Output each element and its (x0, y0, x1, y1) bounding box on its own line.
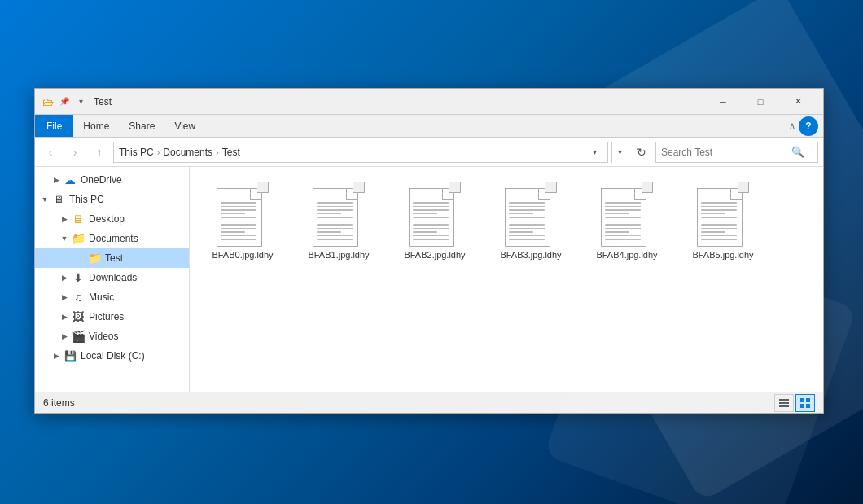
list-item[interactable]: BFAB2.jpg.ldhy (390, 175, 480, 266)
list-item[interactable]: BFAB5.jpg.ldhy (678, 175, 768, 266)
breadcrumb-thispc[interactable]: This PC (119, 147, 154, 158)
sidebar-toggle-thispc[interactable]: ▼ (38, 193, 51, 206)
list-item[interactable]: BFAB1.jpg.ldhy (294, 175, 383, 266)
list-view-button[interactable] (774, 394, 794, 412)
share-menu[interactable]: Share (119, 115, 164, 137)
sidebar: ▶ ☁ OneDrive ▼ 🖥 This PC ▶ 🖥 Desktop ▼ 📁… (35, 167, 190, 392)
file-menu[interactable]: File (35, 115, 73, 137)
breadcrumb-test[interactable]: Test (222, 147, 240, 158)
sidebar-item-localdisk[interactable]: ▶ 💾 Local Disk (C:) (46, 346, 189, 366)
sidebar-toggle-downloads[interactable]: ▶ (58, 271, 71, 284)
sidebar-item-desktop[interactable]: ▶ 🖥 Desktop (35, 209, 189, 229)
music-icon: ♫ (71, 290, 85, 305)
thispc-icon: 🖥 (51, 192, 66, 207)
sidebar-item-documents[interactable]: ▼ 📁 Documents (35, 229, 189, 248)
svg-rect-4 (806, 398, 810, 402)
list-item[interactable]: BFAB0.jpg.ldhy (198, 175, 287, 266)
sidebar-item-downloads[interactable]: ▶ ⬇ Downloads (35, 268, 189, 287)
refresh-button[interactable]: ↻ (631, 142, 652, 163)
address-bar[interactable]: This PC › Documents › Test ▾ (113, 142, 608, 163)
file-icon (505, 182, 557, 247)
svg-rect-2 (779, 405, 789, 407)
search-icon[interactable]: 🔍 (791, 146, 804, 158)
sidebar-toggle-documents[interactable]: ▼ (58, 232, 71, 245)
sidebar-label-downloads: Downloads (89, 272, 137, 283)
breadcrumb: This PC › Documents › Test (119, 147, 240, 158)
dropdown-arrow-icon: ▾ (74, 95, 87, 108)
sidebar-toggle-videos[interactable]: ▶ (58, 330, 71, 343)
downloads-icon: ⬇ (71, 270, 85, 285)
sidebar-label-desktop: Desktop (89, 213, 125, 225)
window-controls: ─ □ ✕ (704, 89, 817, 115)
documents-icon: 📁 (71, 231, 85, 246)
file-name: BFAB1.jpg.ldhy (308, 250, 369, 260)
breadcrumb-documents[interactable]: Documents (163, 147, 212, 158)
sidebar-toggle-desktop[interactable]: ▶ (58, 213, 71, 226)
file-icon (697, 182, 749, 247)
sidebar-item-videos[interactable]: ▶ 🎬 Videos (35, 327, 189, 346)
toolbar: ‹ › ↑ This PC › Documents › Test ▾ ▾ ↻ 🔍 (35, 138, 823, 167)
file-icon (313, 182, 365, 247)
list-item[interactable]: BFAB3.jpg.ldhy (486, 175, 576, 266)
test-folder-icon: 📁 (87, 251, 102, 265)
sidebar-toggle-music[interactable]: ▶ (58, 291, 71, 304)
sidebar-item-music[interactable]: ▶ ♫ Music (35, 287, 189, 307)
sidebar-item-thispc[interactable]: ▼ 🖥 This PC (35, 190, 189, 209)
file-name: BFAB5.jpg.ldhy (692, 250, 753, 260)
file-name: BFAB4.jpg.ldhy (596, 250, 657, 260)
file-name: BFAB3.jpg.ldhy (500, 250, 561, 260)
sidebar-label-onedrive: OneDrive (81, 174, 122, 186)
sidebar-item-onedrive[interactable]: ▶ ☁ OneDrive (46, 170, 189, 190)
pin-icon: 📌 (58, 95, 71, 108)
onedrive-icon: ☁ (63, 173, 77, 187)
close-button[interactable]: ✕ (779, 89, 817, 115)
svg-rect-5 (800, 404, 804, 408)
status-bar: 6 items (35, 392, 823, 413)
maximize-button[interactable]: □ (742, 89, 779, 115)
sidebar-label-music: Music (89, 291, 114, 303)
folder-icon: 🗁 (42, 95, 55, 108)
videos-icon: 🎬 (71, 329, 85, 344)
file-name: BFAB2.jpg.ldhy (404, 250, 465, 260)
svg-rect-1 (779, 402, 789, 404)
menu-bar: File Home Share View ∧ ? (35, 115, 823, 138)
forward-button[interactable]: › (64, 142, 85, 163)
search-input[interactable] (661, 147, 791, 158)
search-box: 🔍 (655, 142, 818, 163)
grid-view-button[interactable] (795, 394, 815, 412)
title-bar-icons: 🗁 📌 ▾ (42, 95, 87, 108)
file-explorer-window: 🗁 📌 ▾ Test ─ □ ✕ File Home Share View ∧ … (34, 88, 824, 414)
sidebar-label-videos: Videos (89, 331, 118, 342)
title-bar: 🗁 📌 ▾ Test ─ □ ✕ (35, 89, 823, 115)
sidebar-label-pictures: Pictures (89, 311, 124, 322)
file-icon (601, 182, 653, 247)
svg-rect-3 (800, 398, 804, 402)
address-dropdown-arrow[interactable]: ▾ (586, 142, 602, 162)
help-button[interactable]: ? (799, 116, 818, 136)
file-icon (217, 182, 269, 247)
ribbon-chevron-icon[interactable]: ∧ (789, 121, 795, 131)
back-button[interactable]: ‹ (40, 142, 61, 163)
file-icon (409, 182, 461, 247)
breadcrumb-sep-2: › (216, 147, 219, 157)
sidebar-item-test[interactable]: ▶ 📁 Test (35, 248, 189, 268)
file-area: BFAB0.jpg.ldhy (190, 167, 823, 392)
sidebar-toggle-pictures[interactable]: ▶ (58, 310, 71, 323)
list-item[interactable]: BFAB4.jpg.ldhy (582, 175, 672, 266)
pictures-icon: 🖼 (71, 309, 85, 324)
sidebar-toggle-localdisk[interactable]: ▶ (50, 349, 63, 362)
up-button[interactable]: ↑ (89, 142, 110, 163)
svg-rect-6 (806, 404, 810, 408)
window-title: Test (94, 96, 704, 107)
file-name: BFAB0.jpg.ldhy (212, 250, 273, 260)
address-dropdown-button[interactable]: ▾ (611, 142, 628, 163)
sidebar-item-pictures[interactable]: ▶ 🖼 Pictures (35, 307, 189, 327)
view-toggle (774, 394, 815, 412)
view-menu[interactable]: View (164, 115, 205, 137)
sidebar-label-documents: Documents (89, 233, 138, 244)
sidebar-label-thispc: This PC (69, 194, 104, 205)
home-menu[interactable]: Home (73, 115, 119, 137)
sidebar-toggle-onedrive[interactable]: ▶ (50, 173, 63, 186)
minimize-button[interactable]: ─ (704, 89, 742, 115)
desktop-icon: 🖥 (71, 212, 85, 226)
